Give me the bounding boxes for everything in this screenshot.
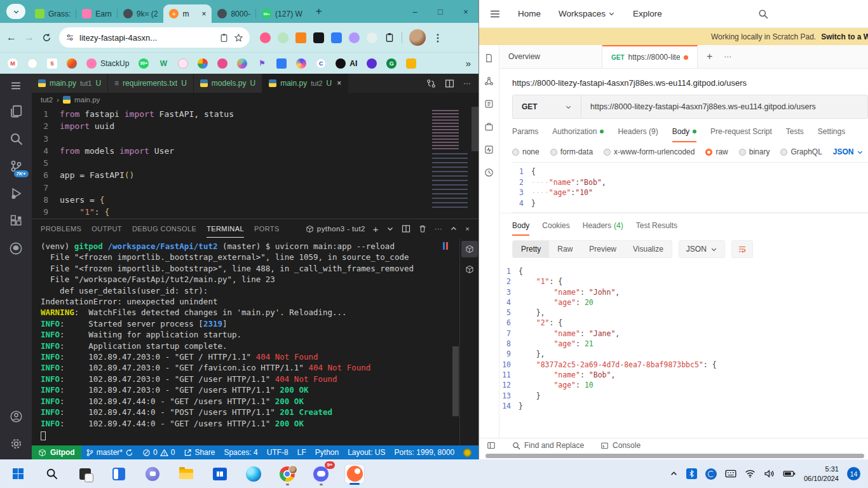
find-and-replace-button[interactable]: Find and Replace (512, 441, 584, 450)
browser-tab-8000[interactable]: 8000- (212, 4, 256, 23)
nav-home[interactable]: Home (518, 9, 541, 18)
search-icon[interactable] (10, 132, 23, 146)
settings-tab[interactable]: Settings (818, 127, 845, 136)
grass-extension-icon[interactable] (278, 32, 288, 43)
editor-tab-models[interactable]: models.pyU (194, 74, 262, 93)
editor-scrollbar[interactable] (471, 107, 478, 151)
gitpod-status-item[interactable]: Gitpod (32, 445, 81, 459)
mode-urlencoded[interactable]: x-www-form-urlencoded (604, 147, 695, 156)
minimize-button[interactable]: – (402, 4, 428, 19)
horizontal-scrollbar[interactable] (485, 454, 864, 458)
split-terminal-icon[interactable] (402, 224, 410, 233)
postman-menu-icon[interactable] (490, 10, 500, 18)
teams-chat-icon[interactable] (143, 464, 162, 484)
application-menu-icon[interactable] (11, 81, 21, 90)
new-tab-button[interactable]: + (308, 5, 330, 18)
c-bookmark[interactable]: C (316, 58, 326, 69)
nav-workspaces[interactable]: Workspaces (559, 9, 615, 18)
back-button[interactable]: ← (6, 32, 17, 43)
tab-search-button[interactable] (6, 4, 25, 19)
browser-tab-gitpod-active[interactable]: Gm× (163, 4, 212, 23)
overview-tab[interactable]: Overview (499, 45, 602, 68)
request-body-editor[interactable]: 1{2····"name":"Bob",3····"age":"10"4} (512, 162, 868, 213)
history-icon[interactable] (484, 168, 494, 177)
tab-ports[interactable]: PORTS (254, 225, 280, 233)
phone-bookmark[interactable] (27, 58, 37, 69)
indent-status[interactable]: Spaces: 4 (219, 448, 262, 457)
response-language-select[interactable]: JSON (679, 240, 725, 258)
authorization-tab[interactable]: Authorization (552, 127, 604, 136)
headers-tab[interactable]: Headers (9) (618, 127, 658, 136)
terminal-instance-item[interactable] (461, 241, 478, 257)
pen-extension-icon[interactable] (260, 32, 271, 43)
tab-options-icon[interactable]: ··· (724, 52, 731, 61)
run-debug-icon[interactable] (10, 187, 23, 200)
settings-gear-icon[interactable] (10, 437, 23, 451)
terminal-instance-item[interactable] (461, 261, 478, 278)
collections-icon[interactable] (484, 53, 494, 63)
tray-overflow-chevron[interactable] (670, 470, 678, 478)
environments-icon[interactable] (484, 99, 494, 109)
terminal-output[interactable]: (venv) gitpod /workspace/FastApi/tut2 (m… (32, 238, 459, 445)
terminal-instance-label[interactable]: python3 - tut2 (306, 225, 365, 233)
g-bookmark[interactable]: G (386, 58, 397, 69)
kill-terminal-icon[interactable] (418, 224, 427, 233)
browser-tab-whatsapp[interactable]: 99+(127) W (256, 4, 308, 23)
collapse-sidebar-icon[interactable] (487, 441, 496, 450)
maximize-button[interactable]: □ (428, 4, 453, 19)
google-bookmark[interactable] (198, 58, 208, 69)
eol-status[interactable]: LF (293, 448, 311, 457)
mode-form-data[interactable]: form-data (550, 147, 593, 156)
tab-debug-console[interactable]: DEBUG CONSOLE (132, 225, 196, 233)
open-changes-icon[interactable] (426, 79, 436, 88)
flag-bookmark[interactable]: ⚑ (257, 58, 267, 69)
new-terminal-icon[interactable]: + (373, 224, 379, 234)
bookmark-star-icon[interactable] (234, 33, 243, 43)
browser-tab-9k[interactable]: 9k= (2 (118, 4, 164, 23)
bluetooth-icon[interactable] (686, 468, 697, 479)
notification-count-badge[interactable]: 14 (847, 467, 860, 480)
battery-icon[interactable] (783, 470, 796, 477)
mode-binary[interactable]: binary (739, 147, 770, 156)
controller-bookmark[interactable] (367, 58, 377, 69)
address-text[interactable]: litezy-fastapi-4asxn... (79, 33, 214, 43)
extensions-icon[interactable] (10, 214, 23, 227)
volume-icon[interactable] (764, 469, 775, 478)
close-panel-icon[interactable]: × (465, 225, 470, 233)
response-headers-tab[interactable]: Headers(4) (583, 221, 623, 230)
layout-status[interactable]: Layout: US (343, 448, 390, 457)
browser-tab-grass[interactable]: Grass: (29, 4, 76, 23)
wrap-lines-button[interactable] (731, 240, 753, 258)
postman-taskbar-icon[interactable] (345, 464, 364, 484)
stackup-bookmark-icon[interactable] (86, 58, 97, 69)
chrome-icon[interactable] (278, 464, 297, 484)
explorer-icon[interactable] (9, 104, 23, 118)
request-tab-active[interactable]: GEThttps://8000-litezy-fas (602, 45, 698, 68)
raw-language-select[interactable]: JSON (833, 147, 864, 156)
phone-extension-icon[interactable] (331, 32, 342, 43)
console-button[interactable]: Console (600, 441, 641, 450)
start-button[interactable] (8, 464, 27, 484)
discord-icon[interactable]: 9+ (311, 464, 330, 484)
pale-extension-icon[interactable] (367, 32, 377, 43)
mode-none[interactable]: none (512, 147, 539, 156)
minimap[interactable] (431, 109, 470, 210)
tab-output[interactable]: OUTPUT (92, 225, 122, 233)
metamask-extension-icon[interactable] (295, 32, 306, 43)
stackup-bookmark-label[interactable]: StackUp (100, 59, 129, 68)
source-control-icon[interactable]: 7K+ (10, 159, 23, 173)
editor-tab-main-tut1[interactable]: main.pytut1U (32, 74, 108, 93)
breadcrumb[interactable]: tut2›main.py (32, 93, 478, 107)
accounts-icon[interactable] (10, 410, 23, 423)
params-tab[interactable]: Params (512, 127, 538, 136)
tab-close-icon[interactable]: × (201, 10, 206, 18)
terminal-dropdown-icon[interactable] (386, 225, 394, 233)
edge-icon[interactable] (244, 464, 263, 484)
preview-view-button[interactable]: Preview (581, 241, 625, 257)
yellow-bookmark[interactable] (406, 58, 416, 69)
s-swirl-bookmark[interactable] (296, 58, 306, 69)
postman-search-icon[interactable] (758, 9, 768, 19)
bookmarks-overflow-icon[interactable]: » (466, 58, 471, 69)
browser-menu-icon[interactable]: ⋮ (433, 32, 443, 44)
profile-avatar[interactable] (409, 29, 426, 46)
